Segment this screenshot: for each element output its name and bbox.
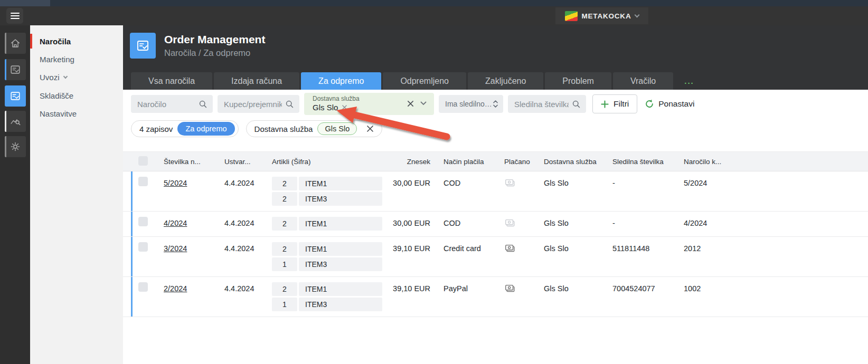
more-tabs-button[interactable]: ... (675, 72, 704, 90)
customer-order-number: 1002 (684, 284, 701, 293)
account-menu[interactable]: METAKOCKA (555, 7, 648, 24)
col-carrier[interactable]: Dostavna služba (544, 158, 612, 166)
customer-order-number: 2012 (684, 244, 701, 253)
carrier-chip-value: Gls Slo (317, 122, 357, 135)
items-list: 2 ITEM1 1 ITEM3 (272, 242, 386, 271)
created-date: 4.4.2024 (224, 219, 254, 227)
col-created[interactable]: Ustvar... (224, 158, 272, 166)
home-icon (10, 37, 21, 49)
chevron-down-icon[interactable] (420, 101, 427, 106)
table-header: Številka n... Ustvar... Artikli (Šifra) … (123, 151, 868, 171)
row-checkbox[interactable] (138, 177, 148, 186)
subnav-item-marketing[interactable]: Marketing (30, 50, 123, 68)
subnav-item-label: Nastavitve (40, 109, 77, 118)
table-row: 3/2024 4.4.2024 2 ITEM1 1 ITEM3 39,10 EU… (123, 237, 868, 277)
browser-tab (0, 0, 50, 6)
row-checkbox[interactable] (138, 217, 148, 226)
chevron-down-icon (635, 12, 640, 17)
tab-problem[interactable]: Problem (545, 72, 611, 90)
carrier: Gls Slo (544, 219, 569, 227)
row-accent (131, 277, 133, 317)
order-search-field (131, 95, 213, 113)
tab-odpremljeno[interactable]: Odpremljeno (383, 72, 466, 90)
order-number-link[interactable]: 5/2024 (164, 179, 187, 187)
customer-order-number: 5/2024 (684, 179, 707, 187)
chevron-updown-icon (493, 99, 498, 109)
col-number[interactable]: Številka n... (164, 158, 224, 166)
carrier-filter[interactable]: Dostavna služba Gls Slo (304, 93, 434, 115)
customer-search-input[interactable] (224, 100, 282, 109)
reset-button[interactable]: Ponastavi (645, 99, 694, 109)
table-row: 4/2024 4.4.2024 2 ITEM1 30,00 EUR COD Gl… (123, 212, 868, 237)
filters-button[interactable]: Filtri (592, 94, 637, 113)
item-qty: 2 (272, 282, 297, 296)
tab-vsa-narocila[interactable]: Vsa naročila (131, 72, 212, 90)
subnav-item-nastavitve[interactable]: Nastavitve (30, 104, 123, 122)
col-amount[interactable]: Znesek (386, 158, 444, 166)
col-customer-order[interactable]: Naročilo k... (684, 158, 868, 166)
col-items[interactable]: Artikli (Šifra) (272, 158, 386, 166)
order-number-link[interactable]: 2/2024 (164, 284, 187, 293)
payment-method: PayPal (444, 284, 468, 293)
created-date: 4.4.2024 (224, 284, 254, 293)
menu-icon[interactable] (6, 8, 23, 24)
item-qty: 1 (272, 257, 297, 271)
item-code: ITEM1 (299, 217, 382, 231)
subnav-item-uvozi[interactable]: Uvozi (30, 68, 123, 86)
subnav-item-skladisce[interactable]: Skladišče (30, 87, 123, 104)
carrier-chip-label: Dostavna služba (254, 124, 313, 133)
order-number-link[interactable]: 4/2024 (164, 219, 187, 227)
tab-izdaja-racuna[interactable]: Izdaja računa (214, 72, 299, 90)
order-number-link[interactable]: 3/2024 (164, 244, 187, 253)
tab-vracilo[interactable]: Vračilo (613, 72, 673, 90)
created-date: 4.4.2024 (224, 179, 254, 187)
tracking-number: - (612, 179, 615, 187)
payment-method: COD (444, 179, 460, 187)
sidebar-item-settings[interactable] (5, 136, 26, 157)
sidebar-item-home[interactable] (5, 33, 26, 54)
amount: 39,10 EUR (393, 244, 430, 253)
item-code: ITEM3 (299, 257, 382, 271)
has-tracking-select[interactable]: Ima sledilno številk... (439, 95, 503, 113)
rail-accent (5, 111, 6, 132)
breadcrumb: Naročila / Za odpremo (164, 48, 250, 58)
search-icon (199, 100, 207, 109)
item-qty: 2 (272, 177, 297, 190)
item-code: ITEM1 (299, 177, 382, 190)
carrier: Gls Slo (544, 284, 569, 293)
item-code: ITEM3 (299, 192, 382, 206)
sidebar-item-orders[interactable] (5, 59, 26, 80)
close-icon[interactable] (342, 104, 347, 110)
item-line: 2 ITEM1 (272, 217, 386, 231)
row-checkbox[interactable] (138, 242, 148, 252)
select-all-checkbox[interactable] (138, 156, 148, 166)
item-code: ITEM1 (299, 282, 382, 296)
banknote-icon (504, 243, 516, 254)
order-management-app-icon (130, 33, 156, 59)
tab-za-odpremo[interactable]: Za odpremo (301, 72, 381, 90)
filters-button-label: Filtri (614, 99, 629, 109)
col-tracking[interactable]: Sledilna številka (612, 158, 684, 166)
col-payment[interactable]: Način plačila (444, 158, 504, 166)
tracking-number: - (612, 219, 615, 227)
sidebar-item-analytics[interactable] (5, 111, 26, 132)
created-date: 4.4.2024 (224, 244, 254, 253)
payment-method: Credit card (444, 244, 481, 253)
amount: 30,00 EUR (393, 219, 430, 227)
tracking-search-input[interactable] (514, 100, 569, 109)
order-search-input[interactable] (137, 100, 195, 109)
col-paid[interactable]: Plačano (504, 158, 544, 166)
sidebar-item-order-management[interactable] (5, 85, 26, 107)
close-icon[interactable] (407, 100, 414, 107)
item-qty: 2 (272, 192, 297, 206)
item-qty: 1 (272, 298, 297, 311)
rail-accent (5, 59, 6, 80)
subnav-item-narocila[interactable]: Naročila (30, 32, 123, 50)
row-checkbox[interactable] (138, 282, 148, 292)
amount: 30,00 EUR (393, 179, 430, 187)
close-icon[interactable] (362, 125, 379, 132)
customer-search-field (218, 95, 299, 113)
chips-row: 4 zapisov Za odpremo Dostavna služba Gls… (131, 120, 382, 137)
chevron-down-icon (63, 74, 67, 79)
tab-zakljuceno[interactable]: Zaključeno (468, 72, 543, 90)
